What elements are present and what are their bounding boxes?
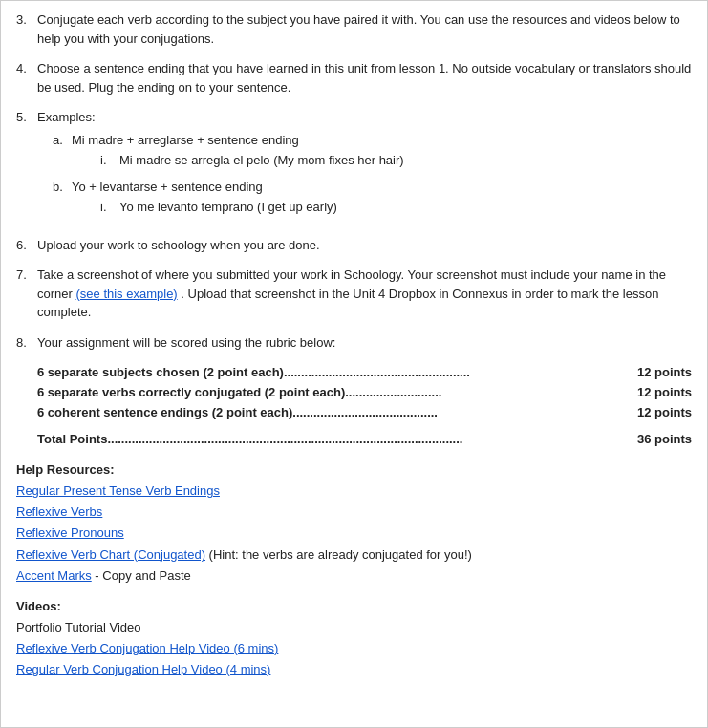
rubric-left: 6 coherent sentence endings (2 point eac…	[37, 403, 637, 423]
list-item: 7. Take a screenshot of where you submit…	[16, 266, 692, 322]
help-link-item: Reflexive Verb Chart (Conjugated) (Hint:…	[16, 545, 692, 566]
alpha-item: b. Yo + levantarse + sentence ending i. …	[53, 178, 692, 217]
rubric-left: 6 separate verbs correctly conjugated (2…	[37, 383, 637, 403]
alpha-text: Yo + levantarse + sentence ending	[72, 180, 263, 194]
help-suffix: - Copy and Paste	[92, 568, 191, 583]
item-number: 3.	[16, 11, 37, 48]
item-number: 6.	[16, 236, 37, 255]
help-link-3[interactable]: Reflexive Pronouns	[16, 525, 124, 540]
item-text: Your assignment will be scored using the…	[37, 333, 692, 353]
rubric-total: Total Points............................…	[37, 430, 692, 450]
list-item: 6. Upload your work to schoology when yo…	[16, 236, 692, 255]
list-item: 8. Your assignment will be scored using …	[16, 333, 692, 353]
videos-title: Videos:	[16, 596, 692, 617]
roman-list: i. Yo me levanto temprano (I get up earl…	[100, 198, 337, 217]
alpha-text: Mi madre + arreglarse + sentence ending	[72, 133, 299, 147]
roman-text: Yo me levanto temprano (I get up early)	[119, 198, 337, 217]
examples-label: Examples:	[37, 110, 96, 124]
item-number: 8.	[16, 333, 37, 353]
help-hint: (Hint: the verbs are already conjugated …	[205, 547, 472, 562]
list-item: 3. Conjugate each verb according to the …	[16, 11, 692, 48]
help-link-4[interactable]: Reflexive Verb Chart (Conjugated)	[16, 547, 205, 562]
rubric-right: 12 points	[637, 403, 692, 423]
item-number: 4.	[16, 59, 37, 96]
alpha-list: a. Mi madre + arreglarse + sentence endi…	[53, 131, 692, 217]
video-link-item: Regular Verb Conjugation Help Video (4 m…	[16, 659, 692, 680]
roman-list: i. Mi madre se arregla el pelo (My mom f…	[100, 151, 404, 170]
help-link-2[interactable]: Reflexive Verbs	[16, 504, 102, 519]
rubric-line: 6 coherent sentence endings (2 point eac…	[37, 403, 692, 423]
rubric-line: 6 separate verbs correctly conjugated (2…	[37, 383, 692, 403]
help-link-item: Accent Marks - Copy and Paste	[16, 566, 692, 587]
roman-label: i.	[100, 151, 119, 170]
portfolio-tutorial: Portfolio Tutorial Video	[16, 617, 692, 638]
item-text: Upload your work to schoology when you a…	[37, 236, 692, 255]
item-number: 7.	[16, 266, 37, 322]
list-item: 4. Choose a sentence ending that you hav…	[16, 59, 692, 96]
help-link-5[interactable]: Accent Marks	[16, 568, 92, 583]
total-left: Total Points............................…	[37, 430, 637, 450]
video-link-1[interactable]: Reflexive Verb Conjugation Help Video (6…	[16, 641, 278, 655]
help-resources-section: Help Resources: Regular Present Tense Ve…	[16, 460, 692, 587]
alpha-item: a. Mi madre + arreglarse + sentence endi…	[53, 131, 692, 170]
roman-item: i. Mi madre se arregla el pelo (My mom f…	[100, 151, 404, 170]
main-container: 3. Conjugate each verb according to the …	[0, 0, 708, 728]
help-link-item: Reflexive Verbs	[16, 502, 692, 523]
help-title: Help Resources:	[16, 460, 692, 481]
alpha-label: b.	[53, 178, 72, 217]
help-link-1[interactable]: Regular Present Tense Verb Endings	[16, 483, 220, 498]
total-right: 36 points	[637, 430, 692, 450]
video-link-2[interactable]: Regular Verb Conjugation Help Video (4 m…	[16, 662, 270, 676]
item-text: Take a screenshot of where you submitted…	[37, 266, 692, 322]
item-text: Conjugate each verb according to the sub…	[37, 11, 692, 48]
rubric-section: 6 separate subjects chosen (2 point each…	[37, 363, 692, 450]
rubric-right: 12 points	[637, 363, 692, 383]
alpha-content: Yo + levantarse + sentence ending i. Yo …	[72, 178, 337, 217]
list-item: 5. Examples: a. Mi madre + arreglarse + …	[16, 108, 692, 225]
alpha-content: Mi madre + arreglarse + sentence ending …	[72, 131, 404, 170]
roman-label: i.	[100, 198, 119, 217]
rubric-line: 6 separate subjects chosen (2 point each…	[37, 363, 692, 383]
help-link-item: Reflexive Pronouns	[16, 523, 692, 544]
alpha-label: a.	[53, 131, 72, 170]
roman-text: Mi madre se arregla el pelo (My mom fixe…	[119, 151, 404, 170]
videos-section: Videos: Portfolio Tutorial Video Reflexi…	[16, 596, 692, 680]
examples-block: Examples: a. Mi madre + arreglarse + sen…	[37, 108, 692, 225]
help-link-item: Regular Present Tense Verb Endings	[16, 481, 692, 502]
rubric-left: 6 separate subjects chosen (2 point each…	[37, 363, 637, 383]
see-example-link[interactable]: (see this example)	[75, 287, 177, 301]
roman-item: i. Yo me levanto temprano (I get up earl…	[100, 198, 337, 217]
video-link-item: Reflexive Verb Conjugation Help Video (6…	[16, 638, 692, 659]
rubric-right: 12 points	[637, 383, 692, 403]
item-number: 5.	[16, 108, 37, 225]
item-text: Choose a sentence ending that you have l…	[37, 59, 692, 96]
